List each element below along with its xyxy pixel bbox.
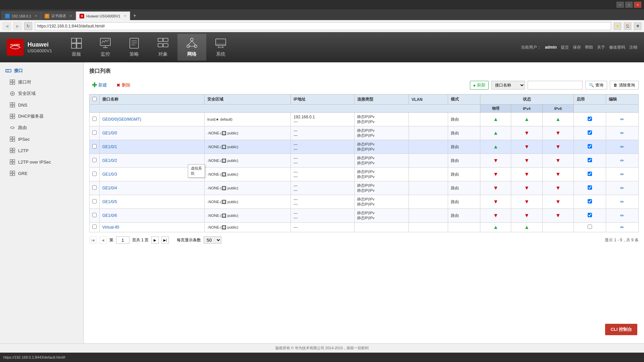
delete-btn[interactable]: ✖ 删除: [114, 81, 133, 89]
tab-close-2[interactable]: ✕: [69, 14, 72, 18]
enabled-checkbox[interactable]: [588, 158, 592, 162]
sidebar-item-gre[interactable]: GRE: [0, 168, 84, 179]
maximize-btn[interactable]: □: [625, 2, 633, 8]
row-edit[interactable]: ✏: [606, 195, 639, 209]
close-btn[interactable]: ✕: [634, 2, 641, 8]
logout-btn[interactable]: 注销: [629, 45, 637, 50]
filter-input[interactable]: [528, 81, 583, 89]
edit-icon[interactable]: ✏: [620, 130, 624, 136]
next-page-btn[interactable]: ▶: [151, 236, 159, 244]
browser-tab-2[interactable]: 🔒 证书描述 ✕: [41, 11, 76, 20]
prev-page-btn[interactable]: ◀: [99, 236, 107, 244]
row-name[interactable]: GE1/0/1: [100, 140, 205, 154]
enabled-checkbox[interactable]: [588, 225, 592, 229]
edit-icon[interactable]: ✏: [620, 144, 624, 149]
row-edit[interactable]: ✏: [606, 154, 639, 168]
row-enabled[interactable]: [574, 140, 606, 154]
row-edit[interactable]: ✏: [606, 140, 639, 154]
nav-dashboard[interactable]: 面板: [62, 34, 91, 61]
select-all-checkbox[interactable]: [92, 97, 97, 101]
back-btn[interactable]: ◀: [3, 22, 11, 30]
address-input[interactable]: [35, 22, 611, 30]
row-checkbox[interactable]: [92, 117, 97, 121]
tab-close-1[interactable]: ✕: [35, 14, 37, 18]
row-name[interactable]: GE1/0/3: [100, 168, 205, 181]
row-name[interactable]: GE1/0/6: [100, 209, 205, 223]
row-checkbox[interactable]: [92, 130, 97, 135]
sidebar-item-ipsec[interactable]: IPSec: [0, 133, 84, 145]
row-edit[interactable]: ✏: [606, 223, 639, 232]
row-edit[interactable]: ✏: [606, 126, 639, 140]
row-checkbox[interactable]: [92, 199, 97, 203]
new-tab-btn[interactable]: +: [130, 11, 140, 20]
about-btn[interactable]: 关于: [597, 45, 605, 50]
nav-policy[interactable]: 策略: [120, 34, 149, 61]
row-checkbox[interactable]: [92, 158, 97, 162]
edit-icon[interactable]: ✏: [620, 172, 624, 177]
minimize-btn[interactable]: ─: [616, 2, 624, 8]
tab-close-3[interactable]: ✕: [124, 14, 126, 18]
row-checkbox[interactable]: [92, 144, 97, 148]
nav-monitor[interactable]: 监控: [91, 34, 120, 61]
row-edit[interactable]: ✏: [606, 181, 639, 195]
bookmark-icon[interactable]: ⭐: [614, 22, 621, 30]
enabled-checkbox[interactable]: [588, 130, 592, 135]
row-enabled[interactable]: [574, 223, 606, 232]
row-enabled[interactable]: [574, 181, 606, 195]
sidebar-item-l2tp[interactable]: L2TP: [0, 145, 84, 156]
enabled-checkbox[interactable]: [588, 199, 592, 203]
enabled-checkbox[interactable]: [588, 117, 592, 121]
first-page-btn[interactable]: |◀: [89, 236, 97, 244]
edit-icon[interactable]: ✏: [620, 213, 624, 218]
sidebar-item-l2tp-ipsec[interactable]: L2TP over IPSec: [0, 156, 84, 168]
row-enabled[interactable]: [574, 195, 606, 209]
row-name[interactable]: GE1/0/5: [100, 195, 205, 209]
save-btn[interactable]: 保存: [573, 45, 581, 50]
search-btn[interactable]: 🔍 查询: [585, 81, 607, 89]
sidebar-item-interface[interactable]: 接口: [0, 65, 84, 76]
sidebar-item-dns[interactable]: DNS: [0, 99, 84, 111]
row-name[interactable]: Virtual-if0: [100, 223, 205, 232]
row-name[interactable]: GE1/0/2: [100, 154, 205, 168]
cli-console-btn[interactable]: CLI 控制台: [605, 324, 637, 335]
sidebar-item-dhcp[interactable]: DHCP服务器: [0, 111, 84, 122]
row-enabled[interactable]: [574, 154, 606, 168]
home-icon[interactable]: 🏠: [624, 22, 631, 30]
row-checkbox[interactable]: [92, 225, 97, 229]
filter-select[interactable]: 接口名称: [491, 81, 525, 89]
settings-icon[interactable]: ⚙: [634, 22, 641, 30]
browser-tab-3[interactable]: H Huawei USG6000V1 ✕: [76, 11, 130, 20]
sidebar-item-interface-pair[interactable]: 接口对: [0, 76, 84, 88]
row-edit[interactable]: ✏: [606, 113, 639, 126]
enabled-checkbox[interactable]: [588, 185, 592, 190]
help-btn[interactable]: 帮助: [585, 45, 593, 50]
nav-system[interactable]: 系统: [206, 34, 235, 61]
edit-icon[interactable]: ✏: [620, 199, 624, 204]
clear-btn[interactable]: 🗑 清除查询: [610, 81, 639, 89]
sidebar-item-routing[interactable]: 路由: [0, 122, 84, 133]
row-checkbox[interactable]: [92, 172, 97, 176]
row-name[interactable]: GE0/0/0(GE0/MGMT): [100, 113, 205, 126]
forward-btn[interactable]: ▶: [13, 22, 21, 30]
row-enabled[interactable]: [574, 113, 606, 126]
new-btn[interactable]: ✚ 新建: [89, 80, 110, 90]
row-checkbox[interactable]: [92, 185, 97, 190]
sidebar-item-security-zone[interactable]: 安全区域: [0, 88, 84, 99]
edit-icon[interactable]: ✏: [620, 225, 624, 230]
row-name[interactable]: GE1/0/4: [100, 181, 205, 195]
row-enabled[interactable]: [574, 168, 606, 181]
enabled-checkbox[interactable]: [588, 144, 592, 148]
nav-object[interactable]: 对象: [149, 34, 177, 61]
row-checkbox[interactable]: [92, 213, 97, 217]
row-name[interactable]: GE1/0/0: [100, 126, 205, 140]
last-page-btn[interactable]: ▶|: [161, 236, 169, 244]
enabled-checkbox[interactable]: [588, 213, 592, 217]
edit-icon[interactable]: ✏: [620, 158, 624, 163]
row-enabled[interactable]: [574, 126, 606, 140]
refresh-nav-btn[interactable]: ↻: [24, 22, 32, 30]
row-edit[interactable]: ✏: [606, 209, 639, 223]
browser-tab-1[interactable]: 🌐 192.168.0.1 ✕: [1, 11, 41, 20]
edit-icon[interactable]: ✏: [620, 185, 624, 191]
per-page-select[interactable]: 50 100: [204, 236, 221, 244]
enabled-checkbox[interactable]: [588, 172, 592, 176]
